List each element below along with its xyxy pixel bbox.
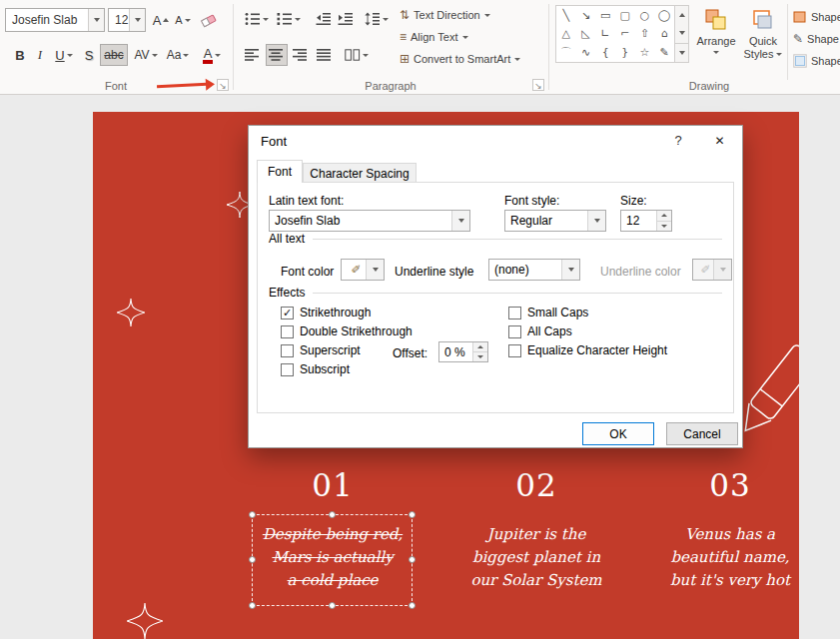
- shape-icon[interactable]: ⌒: [556, 43, 576, 62]
- shape-icon[interactable]: ∟: [595, 25, 615, 44]
- offset-spinner[interactable]: 0 %: [438, 341, 488, 362]
- selection-handle[interactable]: [329, 602, 336, 609]
- align-center-button[interactable]: [266, 44, 288, 66]
- spinner-down-icon[interactable]: [473, 351, 487, 361]
- selection-handle[interactable]: [409, 556, 416, 563]
- paragraph-dialog-launcher[interactable]: ↘: [532, 79, 544, 91]
- checkbox-box[interactable]: ✓: [508, 307, 521, 320]
- slide-textbox[interactable]: Venus has a beautiful name, but it's ver…: [640, 523, 799, 592]
- shape-icon[interactable]: ↘: [576, 6, 596, 25]
- gallery-more-button[interactable]: [675, 43, 688, 62]
- bullets-button[interactable]: [242, 8, 272, 30]
- tab-font[interactable]: Font: [257, 160, 303, 183]
- text-direction-button[interactable]: ⇅ Text Direction: [400, 6, 490, 24]
- chevron-down-icon[interactable]: [451, 211, 469, 231]
- tab-character-spacing[interactable]: Character Spacing: [303, 163, 417, 183]
- shape-fill-button[interactable]: Shape: [793, 8, 840, 26]
- shape-icon[interactable]: ▭: [595, 6, 615, 25]
- shape-icon[interactable]: }: [615, 43, 635, 62]
- selection-handle[interactable]: [249, 556, 256, 563]
- shape-icon[interactable]: ⌐: [615, 25, 635, 44]
- spinner-down-icon[interactable]: [657, 221, 671, 232]
- bold-button[interactable]: B: [10, 44, 30, 66]
- font-dialog-launcher[interactable]: ↘: [217, 79, 229, 91]
- shape-icon[interactable]: △: [556, 25, 576, 44]
- close-icon[interactable]: ✕: [697, 126, 742, 156]
- help-icon[interactable]: ?: [670, 133, 686, 148]
- selection-handle[interactable]: [249, 511, 256, 518]
- text-shadow-button[interactable]: S: [80, 44, 98, 66]
- columns-button[interactable]: [342, 44, 372, 66]
- checkbox-box[interactable]: ✓: [281, 325, 294, 338]
- character-spacing-button[interactable]: AV: [131, 44, 161, 66]
- spinner-up-icon[interactable]: [657, 211, 671, 221]
- quick-styles-button[interactable]: Quick Styles: [741, 5, 785, 79]
- underline-style-combo[interactable]: (none): [488, 259, 580, 281]
- align-right-button[interactable]: [290, 44, 312, 66]
- convert-smartart-button[interactable]: ⊞ Convert to SmartArt: [400, 50, 520, 68]
- align-text-button[interactable]: ≡ Align Text: [400, 28, 468, 46]
- increase-indent-button[interactable]: [336, 8, 356, 30]
- shape-icon[interactable]: ⇧: [635, 25, 655, 44]
- font-color-button[interactable]: A: [196, 44, 228, 66]
- font-size-combo[interactable]: 12: [108, 8, 146, 32]
- font-name-combo[interactable]: Josefin Slab: [5, 8, 105, 32]
- selection-handle[interactable]: [249, 602, 256, 609]
- gallery-scroll-down[interactable]: [675, 24, 688, 42]
- shape-icon[interactable]: ☆: [635, 43, 655, 62]
- decrease-indent-button[interactable]: [314, 8, 334, 30]
- justify-button[interactable]: [314, 44, 336, 66]
- checkbox-box[interactable]: ✓: [508, 344, 521, 357]
- shape-icon[interactable]: ◯: [654, 6, 674, 25]
- chevron-down-icon[interactable]: [587, 211, 605, 231]
- gallery-scroll-up[interactable]: [675, 6, 688, 24]
- line-spacing-button[interactable]: [362, 8, 392, 30]
- numbering-button[interactable]: [274, 8, 304, 30]
- spinner-up-icon[interactable]: [473, 342, 487, 351]
- checkbox-superscript[interactable]: ✓ Superscript: [281, 343, 361, 357]
- checkbox-subscript[interactable]: ✓ Subscript: [281, 362, 350, 376]
- shape-icon[interactable]: {: [595, 43, 615, 62]
- underline-color-dropdown[interactable]: ✐: [692, 259, 732, 281]
- slide-textbox[interactable]: Jupiter is the biggest planet in our Sol…: [446, 523, 626, 592]
- align-left-button[interactable]: [242, 44, 264, 66]
- latin-font-combo[interactable]: Josefin Slab: [269, 210, 470, 232]
- shape-icon[interactable]: ⌂: [654, 25, 674, 44]
- cancel-button[interactable]: Cancel: [666, 422, 738, 445]
- textbox-selection-outline[interactable]: [252, 514, 413, 606]
- font-color-dropdown[interactable]: ✐: [341, 259, 385, 281]
- checkbox-all-caps[interactable]: ✓ All Caps: [508, 324, 572, 338]
- shrink-font-button[interactable]: A: [173, 9, 193, 31]
- shape-effects-button[interactable]: Shape: [793, 52, 840, 70]
- shape-icon[interactable]: ╲: [556, 6, 576, 25]
- arrange-button[interactable]: Arrange: [693, 5, 739, 79]
- checkbox-box[interactable]: ✓: [281, 344, 294, 357]
- dialog-titlebar[interactable]: Font ? ✕: [249, 126, 742, 156]
- checkbox-box[interactable]: ✓: [281, 307, 294, 320]
- clear-formatting-button[interactable]: [198, 9, 220, 31]
- chevron-down-icon[interactable]: [561, 260, 579, 280]
- shape-icon[interactable]: ◺: [576, 25, 596, 44]
- shape-outline-button[interactable]: ✎ Shape: [793, 30, 839, 48]
- selection-handle[interactable]: [409, 511, 416, 518]
- selection-handle[interactable]: [409, 602, 416, 609]
- change-case-button[interactable]: Aa: [163, 44, 193, 66]
- shape-icon[interactable]: ✎: [654, 43, 674, 62]
- checkbox-strikethrough[interactable]: ✓ Strikethrough: [281, 306, 371, 320]
- ok-button[interactable]: OK: [582, 422, 654, 445]
- italic-button[interactable]: I: [31, 44, 49, 66]
- checkbox-box[interactable]: ✓: [508, 325, 521, 338]
- chevron-down-icon[interactable]: [129, 9, 145, 31]
- size-spinner[interactable]: 12: [620, 210, 672, 232]
- checkbox-equalize-character-height[interactable]: ✓ Equalize Character Height: [508, 343, 667, 357]
- selection-handle[interactable]: [329, 511, 336, 518]
- chevron-down-icon[interactable]: [88, 9, 104, 31]
- strikethrough-button[interactable]: abc: [100, 44, 128, 66]
- shape-icon[interactable]: ∿: [576, 43, 596, 62]
- checkbox-double-strikethrough[interactable]: ✓ Double Strikethrough: [281, 324, 413, 338]
- underline-button[interactable]: U: [51, 44, 77, 66]
- shape-icon[interactable]: ○: [635, 6, 655, 25]
- checkbox-box[interactable]: ✓: [281, 363, 294, 376]
- checkbox-small-caps[interactable]: ✓ Small Caps: [508, 306, 588, 320]
- grow-font-button[interactable]: A: [151, 9, 171, 31]
